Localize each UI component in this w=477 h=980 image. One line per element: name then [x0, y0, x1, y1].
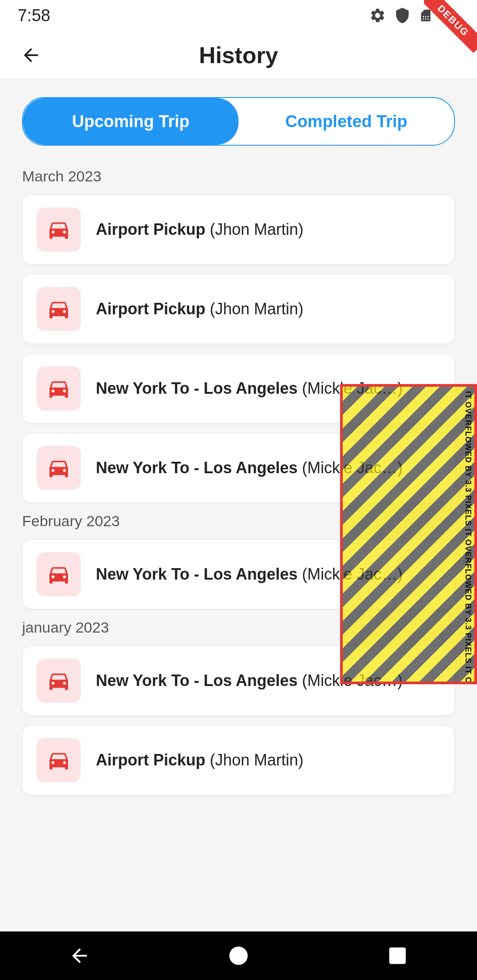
trip-info: New York To - Los Angeles (Mickle Jac…) — [96, 459, 403, 477]
svg-rect-1 — [389, 947, 406, 964]
status-icons — [369, 7, 459, 24]
content-area: Upcoming Trip Completed Trip March 2023 … — [0, 79, 477, 822]
car-icon — [46, 748, 71, 773]
nav-recent-button[interactable] — [380, 938, 415, 973]
trip-title: New York To - Los Angeles (Mickle Jac…) — [96, 379, 403, 398]
settings-icon — [369, 7, 386, 24]
trip-icon-wrap — [37, 659, 81, 703]
trip-icon-wrap — [37, 366, 81, 411]
trip-title: Airport Pickup (Jhon Martin) — [96, 220, 303, 239]
app-bar: History — [0, 31, 477, 79]
car-icon — [46, 668, 71, 693]
trip-info: New York To - Los Angeles (Mickle Jac…) — [96, 565, 403, 584]
trip-info: Airport Pickup (Jhon Martin) — [96, 300, 303, 318]
trip-info: Airport Pickup (Jhon Martin) — [96, 751, 303, 769]
car-icon — [46, 297, 71, 321]
status-bar: 7:58 — [0, 0, 477, 31]
tab-completed[interactable]: Completed Trip — [238, 98, 454, 145]
list-item[interactable]: Airport Pickup (Jhon Martin) — [22, 274, 455, 344]
list-item[interactable]: New York To - Los Angeles (Mickle Jac…) — [22, 646, 455, 716]
list-item[interactable]: New York To - Los Angeles (Mickle Jac…) — [22, 539, 455, 609]
trip-info: New York To - Los Angeles (Mickle Jac…) — [96, 671, 403, 690]
nav-back-button[interactable] — [62, 938, 97, 973]
tab-upcoming[interactable]: Upcoming Trip — [23, 98, 238, 145]
svg-point-0 — [229, 946, 248, 965]
trip-title: New York To - Los Angeles (Mickle Jac…) — [96, 565, 403, 584]
trip-title: Airport Pickup (Jhon Martin) — [96, 300, 303, 318]
trip-icon-wrap — [37, 738, 81, 782]
status-time: 7:58 — [18, 6, 50, 25]
trip-title: Airport Pickup (Jhon Martin) — [96, 751, 303, 769]
section-header-january: january 2023 — [22, 619, 455, 636]
list-item[interactable]: Airport Pickup (Jhon Martin) — [22, 195, 455, 264]
trip-icon-wrap — [37, 446, 81, 490]
trip-title: New York To - Los Angeles (Mickle Jac…) — [96, 459, 403, 477]
back-button[interactable] — [18, 42, 44, 68]
bottom-nav-bar — [0, 931, 477, 980]
section-header-march: March 2023 — [22, 168, 455, 185]
list-item[interactable]: New York To - Los Angeles (Mickle Jac…) — [22, 433, 455, 503]
trip-icon-wrap — [37, 207, 81, 252]
car-icon — [46, 217, 71, 242]
sim-icon — [419, 7, 433, 24]
list-item[interactable]: New York To - Los Angeles (Mickle Jac…) — [22, 354, 455, 423]
list-item[interactable]: Airport Pickup (Jhon Martin) — [22, 725, 455, 795]
section-header-february: February 2023 — [22, 513, 455, 530]
trip-info: New York To - Los Angeles (Mickle Jac…) — [96, 379, 403, 398]
page-title: History — [44, 42, 433, 68]
car-icon — [46, 456, 71, 480]
trip-title: New York To - Los Angeles (Mickle Jac…) — [96, 671, 403, 690]
trip-icon-wrap — [37, 552, 81, 596]
nav-home-button[interactable] — [221, 938, 256, 973]
car-icon — [46, 562, 71, 587]
tab-switcher: Upcoming Trip Completed Trip — [22, 97, 455, 146]
trip-icon-wrap — [37, 287, 81, 331]
car-icon — [46, 376, 71, 401]
shield-icon — [394, 7, 411, 24]
trip-info: Airport Pickup (Jhon Martin) — [96, 220, 303, 239]
battery-icon — [441, 7, 459, 24]
